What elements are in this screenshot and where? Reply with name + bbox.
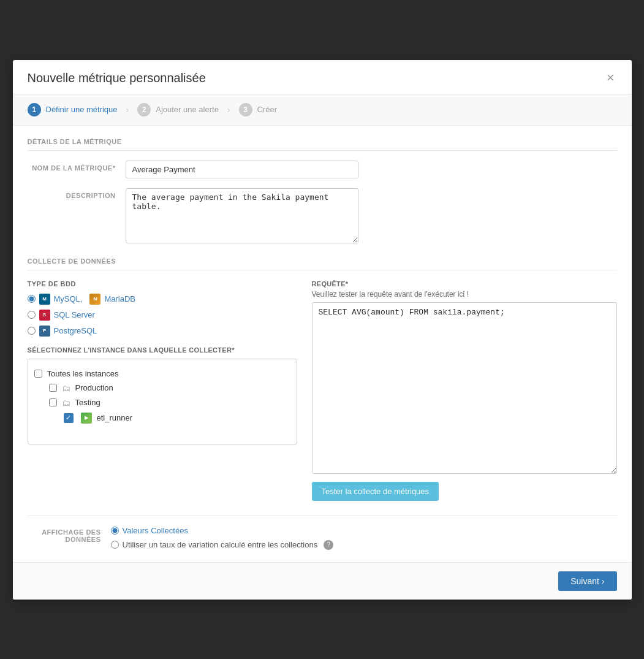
metric-name-row: NOM DE LA MÉTRIQUE*: [28, 161, 617, 178]
affichage-section: AFFICHAGE DESDONNÉES Valeurs Collectées …: [28, 516, 617, 550]
db-option-mysql[interactable]: M MySQL, M MariaDB: [28, 294, 297, 305]
step-arrow-2: ›: [227, 105, 230, 115]
modal-header: Nouvelle métrique personnalisée ×: [13, 60, 632, 94]
step-1-label: Définir une métrique: [46, 105, 118, 114]
stepper: 1 Définir une métrique › 2 Ajouter une a…: [13, 94, 632, 126]
affichage-option1-label[interactable]: Valeurs Collectées: [123, 526, 188, 535]
left-col: TYPE DE BDD M MySQL, M MariaDB: [28, 280, 297, 444]
affichage-row: AFFICHAGE DESDONNÉES Valeurs Collectées …: [28, 526, 617, 550]
right-col: REQUÊTE* Veuillez tester la requête avan…: [312, 280, 617, 501]
instance-production[interactable]: 🗂 Production: [49, 381, 290, 395]
step-2-label: Ajouter une alerte: [156, 105, 219, 114]
modal-footer: Suivant ›: [13, 562, 632, 600]
instance-box: Toutes les instances 🗂 Production 🗂 Te: [28, 359, 297, 444]
next-button[interactable]: Suivant ›: [558, 571, 616, 591]
metric-name-control: [126, 161, 617, 178]
query-hint: Veuillez tester la requête avant de l'ex…: [312, 290, 617, 299]
mariadb-icon: M: [89, 294, 100, 305]
step-2-number: 2: [137, 103, 151, 116]
query-input[interactable]: SELECT AVG(amount) FROM sakila.payment;: [312, 302, 617, 474]
folder-production-icon: 🗂: [62, 383, 70, 393]
instance-production-checkbox[interactable]: [49, 384, 57, 392]
help-icon[interactable]: ?: [324, 540, 333, 550]
etl-runner-checkbox-checked[interactable]: ✓: [64, 413, 74, 423]
modal-overlay: Nouvelle métrique personnalisée × 1 Défi…: [0, 0, 644, 659]
step-2: 2 Ajouter une alerte: [137, 103, 219, 116]
instance-testing-label[interactable]: Testing: [75, 398, 100, 407]
two-col-layout: TYPE DE BDD M MySQL, M MariaDB: [28, 280, 617, 501]
instance-production-label[interactable]: Production: [75, 383, 113, 392]
details-section-title: DÉTAILS DE LA MÉTRIQUE: [28, 138, 617, 151]
db-type-group: M MySQL, M MariaDB S SQL Server: [28, 294, 297, 337]
description-control: The average payment in the Sakila paymen…: [126, 188, 617, 245]
description-input[interactable]: The average payment in the Sakila paymen…: [126, 188, 358, 243]
sqlserver-label[interactable]: SQL Server: [54, 310, 95, 319]
step-1: 1 Définir une métrique: [28, 103, 118, 116]
close-button[interactable]: ×: [604, 71, 617, 85]
instance-etl-runner[interactable]: ✓ ▶ etl_runner: [64, 410, 290, 426]
instance-all-checkbox[interactable]: [34, 370, 42, 378]
instance-etl-runner-label[interactable]: etl_runner: [97, 413, 133, 422]
postgresql-label[interactable]: PostgreSQL: [54, 326, 97, 335]
description-label: DESCRIPTION: [28, 188, 126, 199]
mariadb-label[interactable]: MariaDB: [104, 294, 135, 303]
modal-title: Nouvelle métrique personnalisée: [28, 71, 206, 85]
instance-select-label: SÉLECTIONNEZ L'INSTANCE DANS LAQUELLE CO…: [28, 346, 297, 354]
etl-runner-icon: ▶: [81, 413, 92, 424]
instance-all-label[interactable]: Toutes les instances: [47, 369, 119, 378]
instance-testing[interactable]: 🗂 Testing: [49, 395, 290, 410]
query-label: REQUÊTE*: [312, 280, 617, 288]
postgresql-icon: P: [39, 326, 50, 337]
instance-testing-checkbox[interactable]: [49, 398, 57, 406]
sqlserver-icon: S: [39, 310, 50, 321]
modal-container: Nouvelle métrique personnalisée × 1 Défi…: [13, 60, 632, 600]
collecte-section: COLLECTE DE DONNÉES TYPE DE BDD M MySQL,: [28, 257, 617, 501]
affichage-options: Valeurs Collectées Utiliser un taux de v…: [111, 526, 334, 550]
affichage-option1[interactable]: Valeurs Collectées: [111, 526, 334, 535]
instance-all[interactable]: Toutes les instances: [34, 367, 290, 381]
test-collecte-button[interactable]: Tester la collecte de métriques: [312, 482, 439, 501]
db-option-sqlserver[interactable]: S SQL Server: [28, 310, 297, 321]
modal-body: DÉTAILS DE LA MÉTRIQUE NOM DE LA MÉTRIQU…: [13, 126, 632, 562]
mysql-icon: M: [39, 294, 50, 305]
db-type-label: TYPE DE BDD: [28, 280, 297, 288]
description-row: DESCRIPTION The average payment in the S…: [28, 188, 617, 245]
metric-name-label: NOM DE LA MÉTRIQUE*: [28, 161, 126, 172]
step-1-number: 1: [28, 103, 41, 116]
step-3-number: 3: [239, 103, 252, 116]
affichage-option2-label[interactable]: Utiliser un taux de variation calculé en…: [123, 540, 318, 549]
folder-testing-icon: 🗂: [62, 398, 70, 408]
step-arrow-1: ›: [126, 105, 129, 115]
affichage-label: AFFICHAGE DESDONNÉES: [28, 526, 101, 543]
metric-name-input[interactable]: [126, 161, 358, 178]
mysql-label[interactable]: MySQL,: [54, 294, 83, 303]
affichage-option2[interactable]: Utiliser un taux de variation calculé en…: [111, 540, 334, 550]
step-3: 3 Créer: [239, 103, 278, 116]
collecte-section-title: COLLECTE DE DONNÉES: [28, 257, 617, 270]
db-option-postgresql[interactable]: P PostgreSQL: [28, 326, 297, 337]
step-3-label: Créer: [257, 105, 278, 114]
